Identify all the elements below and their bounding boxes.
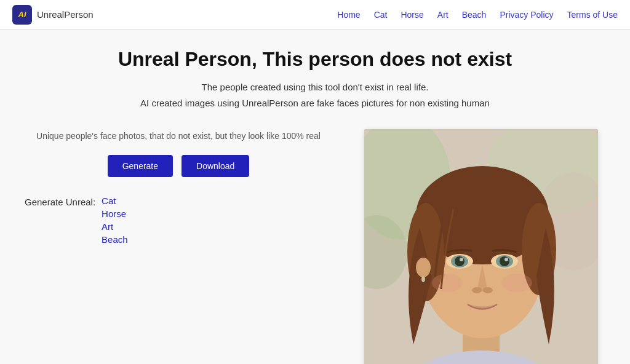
nav-privacy-policy[interactable]: Privacy Policy	[500, 10, 553, 20]
left-panel: Unique people's face photos, that do not…	[25, 129, 332, 245]
generate-links-list: Cat Horse Art Beach	[102, 196, 128, 245]
image-panel	[357, 129, 605, 364]
face-svg	[364, 129, 598, 364]
svg-point-22	[483, 287, 493, 293]
logo-icon: AI	[12, 5, 32, 25]
generate-link-art[interactable]: Art	[102, 221, 128, 232]
subtitle-line2: AI created images using UnrealPerson are…	[25, 95, 605, 111]
main-content: Unreal Person, This person does not exis…	[0, 30, 630, 364]
subtitle: The people created using this tool don't…	[25, 79, 605, 111]
generate-link-beach[interactable]: Beach	[102, 234, 128, 245]
generate-link-horse[interactable]: Horse	[102, 208, 128, 219]
logo-area: AI UnrealPerson	[12, 5, 94, 25]
download-button[interactable]: Download	[181, 155, 249, 177]
description-text: Unique people's face photos, that do not…	[25, 129, 332, 143]
svg-point-23	[432, 274, 463, 292]
main-nav: Home Cat Horse Art Beach Privacy Policy …	[337, 10, 618, 20]
nav-terms-of-use[interactable]: Terms of Use	[567, 10, 618, 20]
svg-point-12	[421, 276, 425, 282]
face-image	[364, 129, 598, 364]
svg-point-21	[472, 287, 482, 293]
nav-art[interactable]: Art	[437, 10, 449, 20]
svg-point-20	[504, 258, 508, 261]
nav-cat[interactable]: Cat	[374, 10, 388, 20]
logo-text: UnrealPerson	[37, 9, 94, 20]
svg-point-16	[460, 258, 463, 261]
generate-unreal-section: Generate Unreal: Cat Horse Art Beach	[25, 196, 332, 245]
generate-link-cat[interactable]: Cat	[102, 196, 128, 206]
svg-point-15	[455, 256, 465, 266]
svg-point-11	[416, 258, 431, 277]
page-title: Unreal Person, This person does not exis…	[25, 48, 605, 71]
content-area: Unique people's face photos, that do not…	[25, 129, 605, 364]
nav-home[interactable]: Home	[337, 10, 360, 20]
generate-button[interactable]: Generate	[108, 155, 173, 177]
generate-unreal-label: Generate Unreal:	[25, 196, 95, 207]
buttons-row: Generate Download	[25, 155, 332, 177]
svg-point-24	[501, 274, 532, 292]
svg-point-19	[500, 256, 509, 266]
nav-beach[interactable]: Beach	[462, 10, 487, 20]
nav-horse[interactable]: Horse	[401, 10, 423, 20]
site-header: AI UnrealPerson Home Cat Horse Art Beach…	[0, 0, 630, 30]
subtitle-line1: The people created using this tool don't…	[25, 79, 605, 95]
